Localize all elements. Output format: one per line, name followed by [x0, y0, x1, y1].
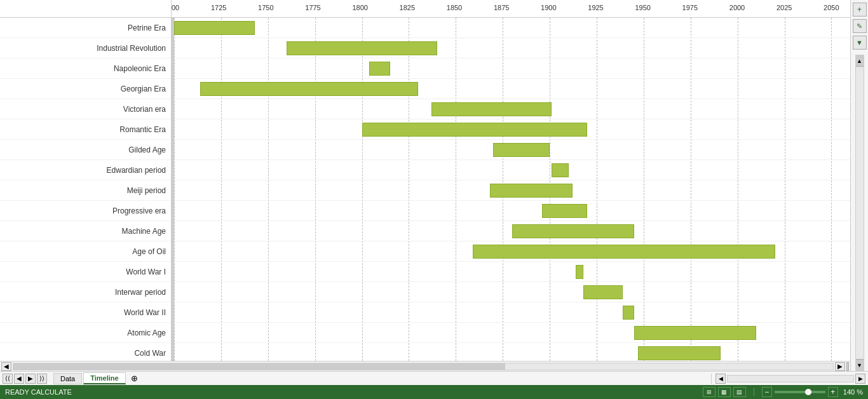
axis-tick-1875: 1875: [494, 4, 509, 11]
gantt-bar-10[interactable]: [512, 224, 634, 238]
filter-btn[interactable]: ▼: [853, 36, 867, 50]
gantt-row-5: [174, 119, 850, 140]
gantt-bar-3[interactable]: [200, 82, 418, 96]
zoom-in-btn[interactable]: +: [828, 387, 838, 397]
row-label-3: Georgian Era: [0, 79, 171, 99]
gantt-row-10: [174, 221, 850, 241]
gantt-bar-8[interactable]: [490, 184, 573, 198]
scroll-right-sheet[interactable]: ▶: [855, 374, 865, 384]
axis-tick-1800: 1800: [352, 4, 367, 11]
add-sheet-btn[interactable]: ⊕: [127, 372, 142, 384]
gantt-bar-12[interactable]: [576, 265, 583, 279]
gantt-bar-5[interactable]: [362, 123, 588, 137]
gantt-row-8: [174, 180, 850, 201]
chart-body: Petrine EraIndustrial RevolutionNapoleon…: [0, 18, 850, 361]
zoom-out-btn[interactable]: −: [762, 387, 772, 397]
main-area: 1700172517501775180018251850187519001925…: [0, 0, 868, 371]
row-label-15: Atomic Age: [0, 323, 171, 343]
scroll-right-btn[interactable]: ▶: [835, 362, 845, 371]
gantt-bar-16[interactable]: [638, 346, 721, 360]
axis-tick-1700: 1700: [172, 4, 179, 11]
row-label-10: Machine Age: [0, 221, 171, 241]
gantt-row-2: [174, 58, 850, 79]
sheet-scroll-track[interactable]: [727, 375, 854, 382]
axis-row: 1700172517501775180018251850187519001925…: [0, 0, 850, 18]
zoom-slider[interactable]: [775, 391, 825, 393]
sep2: [754, 388, 754, 396]
gantt-row-4: [174, 99, 850, 119]
scroll-thumb[interactable]: [13, 363, 505, 370]
gantt-bar-1[interactable]: [287, 41, 437, 55]
row-label-13: Interwar period: [0, 282, 171, 302]
axis-tick-1775: 1775: [305, 4, 320, 11]
status-right: ⊞ ▦ ▤ − + 140 %: [703, 387, 863, 397]
gantt-row-6: [174, 140, 850, 160]
gantt-row-14: [174, 302, 850, 323]
gantt-row-15: [174, 323, 850, 343]
axis-tick-1725: 1725: [211, 4, 226, 11]
zoom-label: 140 %: [843, 388, 863, 396]
row-label-0: Petrine Era: [0, 18, 171, 38]
row-labels: Petrine EraIndustrial RevolutionNapoleon…: [0, 18, 172, 361]
gantt-row-11: [174, 241, 850, 262]
scroll-left-btn[interactable]: ◀: [1, 362, 11, 371]
zoom-slider-thumb[interactable]: [805, 389, 811, 395]
right-sidebar: + ✎ ▼ ▲ ▼: [850, 0, 868, 371]
row-label-1: Industrial Revolution: [0, 38, 171, 58]
scroll-left-sheet[interactable]: ◀: [715, 374, 726, 384]
scroll-track[interactable]: [13, 363, 834, 370]
zoom-control: − + 140 %: [762, 387, 863, 397]
tab-data[interactable]: Data: [53, 373, 82, 384]
gantt-row-3: [174, 79, 850, 99]
gantt-bar-4[interactable]: [431, 102, 552, 116]
gantt-bar-6[interactable]: [493, 143, 550, 157]
gantt-bar-2[interactable]: [369, 62, 390, 76]
row-label-9: Progressive era: [0, 201, 171, 221]
sheet-nav-next[interactable]: ▶: [25, 374, 36, 384]
axis-tick-1900: 1900: [541, 4, 556, 11]
sheet-nav-prev[interactable]: ◀: [14, 374, 24, 384]
status-bar: READY CALCULATE ⊞ ▦ ▤ − + 140 %: [0, 385, 868, 399]
scroll-down-btn[interactable]: ▼: [856, 359, 864, 370]
row-label-5: Romantic Era: [0, 119, 171, 140]
gantt-bar-13[interactable]: [583, 285, 623, 299]
gantt-row-9: [174, 201, 850, 221]
edit-btn[interactable]: ✎: [853, 19, 867, 33]
axis-tick-1975: 1975: [682, 4, 698, 11]
scroll-track-v[interactable]: [856, 67, 864, 359]
scroll-up-btn[interactable]: ▲: [856, 55, 864, 67]
axis-tick-1950: 1950: [635, 4, 650, 11]
gantt-bar-7[interactable]: [552, 163, 569, 177]
page-view-btn[interactable]: ▦: [718, 387, 731, 397]
book-view-btn[interactable]: ▤: [733, 387, 746, 397]
row-label-8: Meiji period: [0, 180, 171, 201]
gantt-bar-14[interactable]: [623, 306, 634, 320]
scroll-bar[interactable]: ◀ ▶: [0, 361, 850, 371]
gantt-bar-15[interactable]: [634, 326, 756, 340]
gantt-bar-11[interactable]: [473, 245, 775, 259]
sheet-nav-first[interactable]: ⟨⟨: [3, 374, 13, 384]
gantt-row-0: [174, 18, 850, 38]
axis-tick-2000: 2000: [729, 4, 745, 11]
gantt-bar-0[interactable]: [174, 21, 255, 35]
sheet-nav: ⟨⟨ ◀ ▶ ⟩⟩: [3, 374, 47, 384]
row-label-14: World War II: [0, 302, 171, 323]
axis-tick-2025: 2025: [776, 4, 792, 11]
row-label-16: Cold War: [0, 343, 171, 361]
gantt-row-16: [174, 343, 850, 361]
axis-label-col: [0, 0, 172, 17]
gantt-bar-9[interactable]: [542, 204, 587, 218]
scroll-corner: [846, 362, 849, 371]
add-btn[interactable]: +: [853, 3, 867, 17]
row-label-11: Age of Oil: [0, 241, 171, 262]
status-text: READY CALCULATE: [5, 388, 72, 396]
sheet-nav-last[interactable]: ⟩⟩: [37, 374, 47, 384]
axis-tick-1850: 1850: [447, 4, 462, 11]
tab-timeline[interactable]: Timeline: [83, 372, 125, 384]
row-label-2: Napoleonic Era: [0, 58, 171, 79]
row-label-6: Gilded Age: [0, 140, 171, 160]
sep1: [711, 374, 712, 384]
row-label-4: Victorian era: [0, 99, 171, 119]
grid-view-btn[interactable]: ⊞: [703, 387, 715, 397]
vertical-scrollbar[interactable]: ▲ ▼: [855, 55, 864, 371]
